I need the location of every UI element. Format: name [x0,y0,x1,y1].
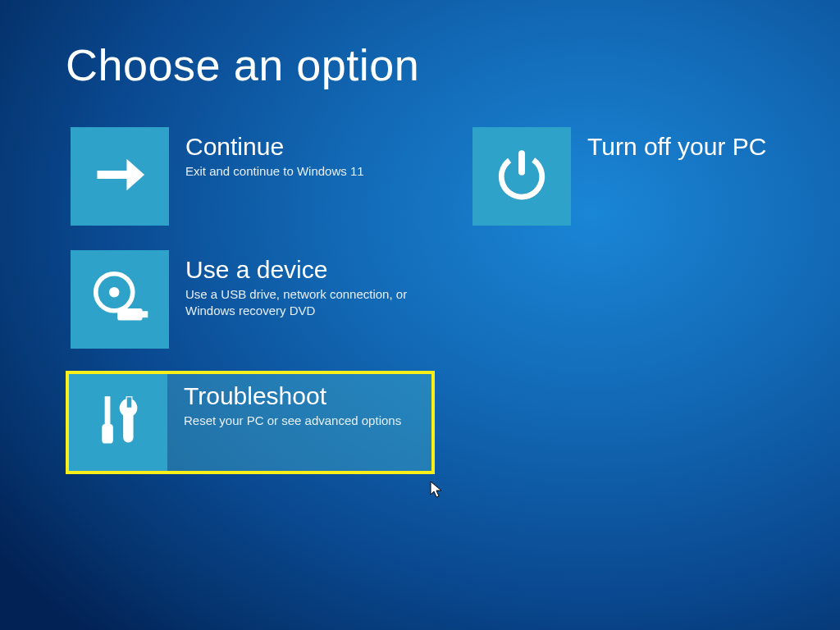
power-icon [492,145,551,208]
options-column-right: Turn off your PC [468,125,812,474]
svg-point-1 [110,288,119,297]
svg-rect-8 [519,151,525,175]
svg-rect-4 [105,397,110,425]
continue-tile [71,127,169,226]
tools-icon [89,391,148,454]
continue-desc: Exit and continue to Windows 11 [185,163,364,180]
turn-off-option[interactable]: Turn off your PC [468,125,812,228]
use-device-label: Use a device [185,256,420,283]
troubleshoot-tile [69,374,167,471]
turn-off-tile [472,127,571,226]
continue-label: Continue [185,133,364,160]
page-title: Choose an option [66,39,840,90]
mouse-cursor-icon [430,481,443,499]
options-column-left: Continue Exit and continue to Windows 11 [66,125,435,474]
disc-usb-icon [90,268,149,331]
svg-rect-3 [142,312,148,317]
svg-rect-5 [103,425,112,444]
troubleshoot-option[interactable]: Troubleshoot Reset your PC or see advanc… [66,371,435,474]
continue-option[interactable]: Continue Exit and continue to Windows 11 [66,125,435,228]
use-device-option[interactable]: Use a device Use a USB drive, network co… [66,248,435,351]
arrow-right-icon [90,145,149,208]
svg-rect-6 [126,397,132,409]
troubleshoot-label: Troubleshoot [184,382,401,409]
turn-off-label: Turn off your PC [587,133,766,160]
svg-rect-2 [118,309,142,321]
use-device-desc: Use a USB drive, network connection, or … [185,286,420,320]
use-device-tile [71,250,169,349]
troubleshoot-desc: Reset your PC or see advanced options [184,413,401,429]
